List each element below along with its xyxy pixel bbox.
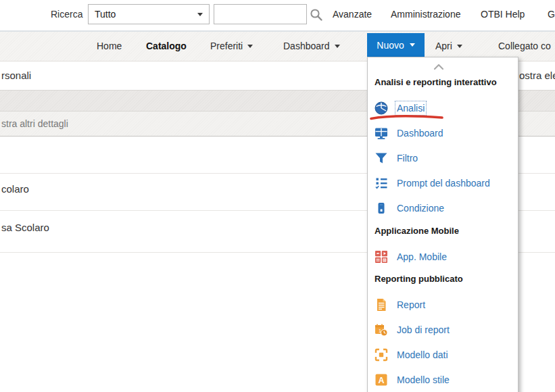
filter-icon [375,151,388,165]
style-template-icon: A [375,373,388,387]
menu-section-header-mobile: Applicazione Mobile [375,226,459,236]
catalog-item-2[interactable]: sa Scolaro [1,222,49,233]
menu-section-header-published: Reporting pubblicato [375,274,463,284]
menu-item-label: Dashboard [397,128,443,139]
menu-item-label: Filtro [397,153,418,164]
menu-item-label: Condizione [397,203,444,214]
nav-home[interactable]: Home [97,41,122,51]
menu-item-label: Analisi [397,103,425,114]
menu-section-header-interactive: Analisi e reporting interattivo [375,77,497,87]
menu-item-label: Report [397,299,425,310]
help-link-fragment[interactable]: G [548,9,555,20]
data-model-icon [375,348,388,362]
nav-dashboards-label: Dashboard [283,41,330,51]
folder-title-fragment: rsonali [1,70,31,81]
menu-item-label: Job di report [397,324,450,335]
top-bar: Ricerca Tutto Avanzate Amministrazione O… [0,0,555,30]
scroll-up-icon[interactable] [433,61,444,68]
nav-favorites[interactable]: Preferiti [210,41,253,51]
nav-home-label: Home [97,41,122,51]
nav-catalog[interactable]: Catalogo [146,41,187,51]
nav-new-button[interactable]: Nuovo [367,33,425,57]
report-icon [375,298,388,312]
caret-down-icon [197,13,203,16]
caret-down-icon [335,45,340,48]
nav-favorites-label: Preferiti [210,41,243,51]
show-more-details-link-fragment[interactable]: stra altri dettagli [1,118,68,129]
menu-item-dashboard[interactable]: Dashboard [368,120,518,145]
caret-down-icon [410,43,415,47]
prompt-icon [375,176,388,190]
search-label: Ricerca [51,9,82,20]
administration-link[interactable]: Amministrazione [391,9,460,20]
menu-item-modello-stile[interactable]: A Modello stile [368,367,518,392]
menu-item-prompt-dashboard[interactable]: Prompt del dashboard [368,170,518,195]
caret-down-icon [247,45,253,48]
svg-text:A: A [378,375,384,385]
menu-item-label: Modello dati [397,349,448,360]
report-job-icon: 1 [375,323,388,337]
otbi-help-link[interactable]: OTBI Help [481,9,525,20]
nav-open[interactable]: Apri [435,41,462,51]
nav-dashboards[interactable]: Dashboard [283,41,340,51]
menu-item-report[interactable]: Report [368,292,518,317]
menu-item-condizione[interactable]: Condizione [368,195,518,220]
caret-down-icon [457,45,462,48]
menu-item-analisi[interactable]: Analisi [368,95,518,120]
menu-item-app-mobile[interactable]: App. Mobile [368,244,518,269]
search-scope-value: Tutto [95,9,116,20]
menu-item-job-di-report[interactable]: 1 Job di report [368,317,518,342]
search-icon[interactable] [309,7,324,22]
menu-item-label: App. Mobile [397,251,447,262]
logged-in-as-text: Collegato co [498,41,551,51]
new-dropdown-menu: Analisi e reporting interattivo Analisi [367,57,518,392]
menu-item-label: Prompt del dashboard [397,178,490,189]
menu-item-label: Modello stile [397,374,450,385]
condition-icon [375,201,388,215]
menu-item-filtro[interactable]: Filtro [368,145,518,170]
nav-open-label: Apri [435,41,452,51]
search-input[interactable] [214,4,307,24]
nav-catalog-label: Catalogo [146,41,187,51]
advanced-link[interactable]: Avanzate [333,9,372,20]
search-scope-select[interactable]: Tutto [88,4,210,24]
menu-item-modello-dati[interactable]: Modello dati [368,342,518,367]
analysis-icon [375,101,388,115]
dashboard-icon [375,126,388,140]
mobile-app-icon [375,250,388,264]
catalog-item-1[interactable]: colaro [1,183,29,195]
nav-new-label: Nuovo [377,40,404,51]
show-list-link-fragment[interactable]: ostra ele [519,70,555,81]
